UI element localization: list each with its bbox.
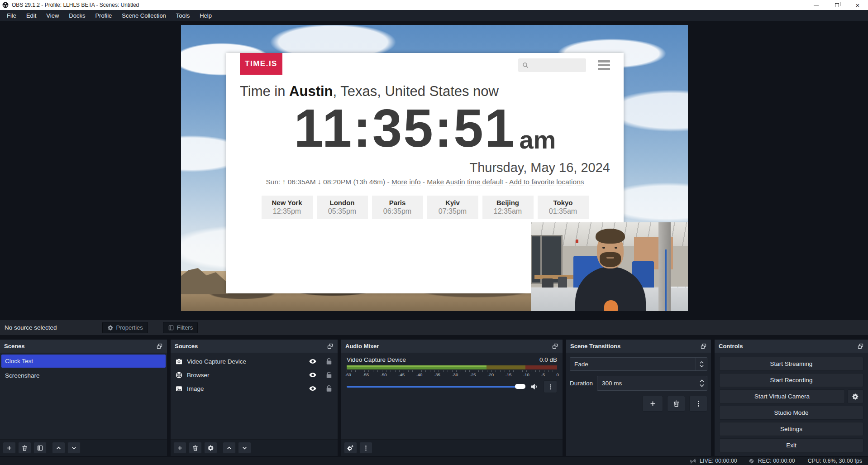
transition-select[interactable]: Fade — [570, 357, 707, 371]
hamburger-menu-icon[interactable] — [598, 60, 610, 70]
city-box-new-york[interactable]: New York 12:35pm — [262, 196, 313, 219]
gear-icon — [207, 445, 214, 451]
exit-sign — [576, 240, 578, 243]
search-input[interactable] — [531, 62, 581, 69]
exit-button[interactable]: Exit — [719, 438, 863, 452]
settings-button[interactable]: Settings — [719, 422, 863, 436]
source-properties-button[interactable] — [204, 442, 217, 454]
unlock-icon[interactable] — [325, 357, 333, 365]
audio-level-meter — [347, 365, 557, 369]
eye-icon[interactable] — [309, 384, 317, 393]
no-source-selected-label: No source selected — [5, 324, 57, 331]
volume-slider[interactable] — [347, 386, 525, 388]
menu-profile[interactable]: Profile — [90, 10, 117, 21]
spinner-arrows[interactable] — [700, 379, 704, 387]
popout-icon[interactable] — [156, 343, 163, 350]
start-streaming-button[interactable]: Start Streaming — [719, 357, 863, 371]
filters-button[interactable]: Filters — [163, 322, 198, 333]
start-virtual-camera-button[interactable]: Start Virtual Camera — [719, 389, 845, 403]
menu-view[interactable]: View — [41, 10, 64, 21]
add-scene-button[interactable] — [3, 442, 16, 454]
scene-filters-button[interactable] — [33, 442, 47, 454]
add-source-button[interactable] — [173, 442, 186, 454]
menu-file[interactable]: File — [2, 10, 21, 21]
virtual-camera-settings-button[interactable] — [847, 389, 863, 403]
mixer-menu-button[interactable] — [359, 442, 372, 454]
clock-display: 11:35:51 am — [240, 101, 610, 155]
start-recording-button[interactable]: Start Recording — [719, 373, 863, 387]
popout-icon[interactable] — [327, 343, 334, 350]
spin-up-icon — [700, 379, 704, 383]
eye-icon[interactable] — [309, 357, 317, 365]
source-item-browser[interactable]: Browser — [171, 368, 338, 382]
source-item-video-capture[interactable]: Video Capture Device — [171, 355, 338, 368]
more-info-link[interactable]: More info — [391, 178, 421, 186]
webcam-overlay[interactable] — [531, 222, 688, 311]
controls-panel: Controls Start Streaming Start Recording… — [715, 340, 868, 456]
restore-button[interactable] — [826, 0, 847, 10]
sources-panel-title: Sources — [175, 343, 198, 350]
duration-label: Duration — [570, 380, 593, 387]
move-source-down-button[interactable] — [238, 442, 251, 454]
source-item-image[interactable]: Image — [171, 382, 338, 395]
menu-scene-collection[interactable]: Scene Collection — [117, 10, 171, 21]
properties-button[interactable]: Properties — [102, 322, 148, 333]
add-favorite-link[interactable]: Add to favorite locations — [509, 178, 584, 186]
audio-mixer-panel: Audio Mixer Video Capture Device 0.0 dB … — [341, 340, 563, 456]
remove-scene-button[interactable] — [18, 442, 31, 454]
popout-icon[interactable] — [552, 343, 558, 350]
spin-down-icon — [700, 384, 704, 387]
volume-db-label: 0.0 dB — [539, 356, 557, 363]
city-box-kyiv[interactable]: Kyiv 07:35pm — [427, 196, 478, 219]
cpu-fps-label: CPU: 0.6%, 30.00 fps — [808, 458, 862, 464]
make-default-link[interactable]: Make Austin time default — [427, 178, 503, 186]
remove-transition-button[interactable] — [667, 396, 685, 412]
search-box[interactable] — [518, 58, 586, 72]
menu-edit[interactable]: Edit — [21, 10, 41, 21]
transition-options-button[interactable] — [689, 396, 707, 412]
dock-area: Scenes Clock Test Screenshare Sources Vi… — [0, 340, 868, 456]
stream-inactive-icon — [690, 458, 696, 465]
remove-source-button[interactable] — [189, 442, 202, 454]
studio-mode-button[interactable]: Studio Mode — [719, 406, 863, 420]
program-canvas[interactable]: TIME.IS Time in Austin, Texas, United St… — [181, 25, 688, 311]
popout-icon[interactable] — [700, 343, 707, 350]
advanced-audio-button[interactable] — [344, 442, 357, 454]
image-icon — [175, 385, 183, 393]
volume-slider-handle[interactable] — [515, 384, 525, 389]
city-box-paris[interactable]: Paris 06:35pm — [372, 196, 423, 219]
city-box-tokyo[interactable]: Tokyo 01:35am — [538, 196, 589, 219]
eye-icon[interactable] — [309, 371, 317, 379]
close-button[interactable]: × — [847, 0, 868, 10]
status-bar: LIVE: 00:00:00 REC: 00:00:00 CPU: 0.6%, … — [0, 457, 868, 465]
menu-bar: File Edit View Docks Profile Scene Colle… — [0, 10, 868, 21]
menu-help[interactable]: Help — [195, 10, 217, 21]
meter-tick-labels: -60-55-50-45-40-35-30-25-20-15-10-50 — [345, 372, 559, 377]
mixer-options-button[interactable] — [544, 380, 557, 393]
popout-icon[interactable] — [857, 343, 864, 350]
move-scene-down-button[interactable] — [67, 442, 81, 454]
minimize-button[interactable] — [806, 0, 826, 10]
plus-icon — [176, 445, 183, 451]
move-scene-up-button[interactable] — [52, 442, 65, 454]
person-hair — [596, 229, 625, 244]
person-eye-right — [615, 247, 617, 249]
menu-docks[interactable]: Docks — [64, 10, 90, 21]
move-source-up-button[interactable] — [223, 442, 236, 454]
menu-tools[interactable]: Tools — [171, 10, 195, 21]
city-box-london[interactable]: London 05:35pm — [317, 196, 368, 219]
add-transition-button[interactable] — [642, 396, 663, 412]
unlock-icon[interactable] — [325, 384, 333, 393]
duration-spinbox[interactable]: 300 ms — [597, 376, 707, 391]
window-titlebar: OBS 29.1.2 - Profile: LLHLS BETA - Scene… — [0, 0, 868, 10]
scene-item-clock-test[interactable]: Clock Test — [1, 355, 166, 368]
speaker-icon[interactable] — [530, 382, 539, 391]
city-box-beijing[interactable]: Beijing 12:35am — [482, 196, 534, 219]
unlock-icon[interactable] — [325, 371, 333, 379]
duration-value: 300 ms — [602, 380, 622, 387]
restore-icon — [835, 3, 839, 7]
timeis-logo[interactable]: TIME.IS — [240, 53, 282, 75]
world-cities-row: New York 12:35pm London 05:35pm Paris 06… — [240, 196, 610, 219]
scene-item-screenshare[interactable]: Screenshare — [1, 369, 166, 382]
rec-time-label: REC: 00:00:00 — [758, 458, 795, 464]
